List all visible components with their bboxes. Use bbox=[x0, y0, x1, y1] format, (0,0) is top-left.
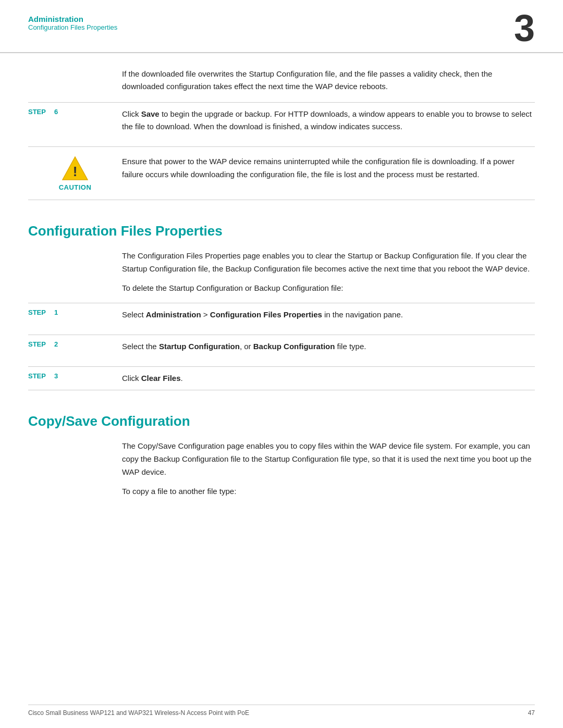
step-2-text: Select the Startup Configuration, or Bac… bbox=[122, 340, 535, 353]
chapter-number: 3 bbox=[514, 9, 535, 47]
page-footer: Cisco Small Business WAP121 and WAP321 W… bbox=[28, 705, 535, 717]
main-content: If the downloaded file overwrites the St… bbox=[0, 53, 563, 498]
section1-desc2: To delete the Startup Configuration or B… bbox=[122, 282, 535, 295]
section2-heading: Copy/Save Configuration bbox=[28, 413, 535, 429]
caution-icon-area: ! CAUTION bbox=[28, 155, 122, 191]
step-2-bold-backup: Backup Configuration bbox=[253, 342, 335, 351]
step-1-keyword: STEP bbox=[28, 309, 51, 316]
caution-label: CAUTION bbox=[59, 183, 92, 191]
caution-text: Ensure that power to the WAP device rema… bbox=[122, 155, 535, 181]
step-6-block: STEP 6 Click Save to begin the upgrade o… bbox=[28, 102, 535, 138]
step-1-label: STEP 1 bbox=[28, 309, 122, 316]
step-6-num: 6 bbox=[54, 108, 58, 116]
caution-block: ! CAUTION Ensure that power to the WAP d… bbox=[28, 146, 535, 200]
step-1-bold-cfp: Configuration Files Properties bbox=[210, 310, 322, 319]
step-1-num: 1 bbox=[54, 309, 58, 316]
step-2-label: STEP 2 bbox=[28, 340, 122, 348]
svg-text:!: ! bbox=[73, 164, 78, 179]
caution-icon: ! bbox=[61, 155, 89, 181]
intro-block: If the downloaded file overwrites the St… bbox=[28, 53, 535, 93]
step-6-keyword: STEP bbox=[28, 108, 51, 116]
footer-left-text: Cisco Small Business WAP121 and WAP321 W… bbox=[28, 709, 249, 717]
step-6-text: Click Save to begin the upgrade or backu… bbox=[122, 108, 535, 133]
footer-page-number: 47 bbox=[528, 709, 535, 717]
section2-desc-block: The Copy/Save Configuration page enables… bbox=[28, 440, 535, 498]
section1-steps: STEP 1 Select Administration > Configura… bbox=[28, 303, 535, 390]
step-3-label: STEP 3 bbox=[28, 372, 122, 380]
step-2-keyword: STEP bbox=[28, 340, 51, 348]
page-container: Administration Configuration Files Prope… bbox=[0, 0, 563, 728]
step-3-block: STEP 3 Click Clear Files. bbox=[28, 366, 535, 390]
step-3-keyword: STEP bbox=[28, 372, 51, 380]
step-1-bold-admin: Administration bbox=[146, 310, 201, 319]
step-6-label: STEP 6 bbox=[28, 108, 122, 116]
step-2-block: STEP 2 Select the Startup Configuration,… bbox=[28, 335, 535, 358]
section2-desc1: The Copy/Save Configuration page enables… bbox=[122, 440, 535, 478]
section1-heading: Configuration Files Properties bbox=[28, 223, 535, 239]
header-left: Administration Configuration Files Prope… bbox=[28, 15, 117, 31]
header-sub-label: Configuration Files Properties bbox=[28, 23, 117, 31]
step-3-num: 3 bbox=[54, 372, 58, 380]
section2-desc2: To copy a file to another file type: bbox=[122, 485, 535, 498]
section1-desc-block: The Configuration Files Properties page … bbox=[28, 250, 535, 294]
step-6-bold-save: Save bbox=[141, 109, 160, 118]
step-1-block: STEP 1 Select Administration > Configura… bbox=[28, 303, 535, 326]
step-2-num: 2 bbox=[54, 340, 58, 348]
intro-paragraph: If the downloaded file overwrites the St… bbox=[122, 68, 535, 93]
step-3-bold-clearfiles: Clear Files bbox=[141, 374, 181, 382]
header-admin-label: Administration bbox=[28, 15, 117, 23]
step-1-text: Select Administration > Configuration Fi… bbox=[122, 309, 535, 321]
section1-desc1: The Configuration Files Properties page … bbox=[122, 250, 535, 276]
page-header: Administration Configuration Files Prope… bbox=[0, 0, 563, 53]
step-3-text: Click Clear Files. bbox=[122, 372, 535, 385]
step-2-bold-startup: Startup Configuration bbox=[159, 342, 240, 351]
